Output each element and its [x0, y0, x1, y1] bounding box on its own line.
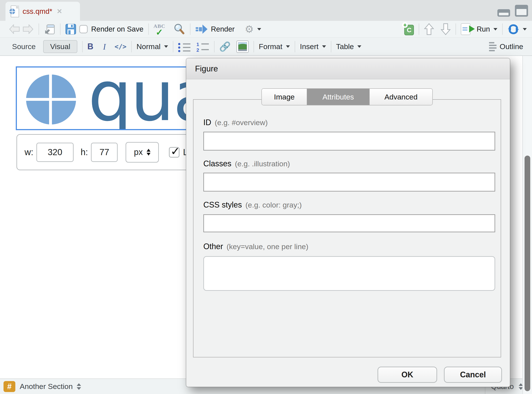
editor-tab-strip: css.qmd* ✕ [0, 0, 532, 21]
scrollbar-track[interactable] [522, 56, 532, 394]
italic-icon[interactable]: I [103, 42, 106, 52]
lock-ratio-checkbox[interactable]: ✓ [169, 147, 180, 158]
height-label: h: [81, 147, 88, 157]
render-on-save-checkbox[interactable] [79, 25, 88, 33]
render-options-dropdown-icon[interactable] [257, 28, 261, 31]
format-menu[interactable]: Format [259, 42, 290, 51]
height-input[interactable] [91, 143, 118, 162]
css-styles-input[interactable] [203, 214, 495, 232]
source-mode-button[interactable]: Source [12, 42, 36, 51]
save-icon[interactable] [65, 24, 76, 35]
tab-css-qmd[interactable]: css.qmd* ✕ [5, 2, 80, 21]
numbered-list-icon[interactable]: 1 2 [196, 42, 209, 52]
section-hash-icon: # [4, 381, 15, 392]
ok-button[interactable]: OK [377, 367, 437, 383]
insert-menu[interactable]: Insert [300, 42, 326, 51]
width-label: w: [25, 147, 33, 157]
classes-label: Classes (e.g. .illustration) [203, 159, 290, 168]
maximize-pane-icon[interactable] [515, 5, 528, 17]
run-dropdown-icon[interactable] [493, 28, 497, 31]
quarto-file-icon [10, 5, 19, 17]
width-input[interactable] [36, 143, 74, 162]
dialog-title: Figure [186, 58, 510, 79]
back-icon[interactable] [9, 24, 20, 34]
visual-editor-toolbar: Source Visual B I </> Normal 1 2 🔗 Forma… [0, 38, 532, 56]
source-refresh-icon[interactable] [507, 24, 519, 34]
units-spinner-icon [147, 149, 150, 156]
outline-icon [489, 42, 496, 51]
publish-dropdown-icon[interactable] [523, 28, 527, 31]
other-label: Other (key=value, one per line) [203, 242, 308, 251]
bullet-list-icon[interactable] [178, 42, 191, 52]
outline-toggle[interactable]: Outline [489, 42, 523, 51]
run-label[interactable]: Run [477, 25, 490, 33]
tab-close-icon[interactable]: ✕ [57, 7, 62, 15]
image-icon[interactable] [236, 41, 249, 53]
figure-dialog: Figure Image Attributes Advanced ID (e.g… [186, 58, 510, 387]
bold-icon[interactable]: B [88, 42, 93, 51]
jump-previous-icon[interactable] [424, 23, 434, 35]
classes-input[interactable] [203, 173, 495, 192]
render-options-gear-icon[interactable]: ⚙ [245, 24, 254, 34]
dialog-tab-bar: Image Attributes Advanced [261, 88, 433, 105]
tab-advanced[interactable]: Advanced [370, 89, 432, 105]
render-icon[interactable] [195, 24, 208, 34]
tab-attributes[interactable]: Attributes [307, 89, 370, 105]
id-label: ID (e.g. #overview) [203, 118, 268, 127]
render-on-save-label: Render on Save [91, 25, 144, 33]
jump-next-icon[interactable] [441, 23, 451, 35]
insert-chunk-icon[interactable]: C+ [403, 23, 414, 35]
css-styles-label: CSS styles (e.g. color: gray;) [203, 200, 302, 209]
paragraph-style-select[interactable]: Normal [136, 42, 168, 51]
forward-icon[interactable] [22, 24, 34, 34]
spellcheck-icon[interactable]: ABC ✓ [154, 23, 167, 35]
run-icon[interactable] [461, 23, 473, 35]
cancel-button[interactable]: Cancel [444, 367, 502, 383]
current-section-label[interactable]: Another Section [20, 382, 73, 391]
quarto-logo-icon [26, 74, 76, 124]
visual-mode-button[interactable]: Visual [43, 40, 77, 53]
code-icon[interactable]: </> [115, 43, 126, 50]
render-label[interactable]: Render [211, 25, 235, 33]
open-in-new-window-icon[interactable] [44, 23, 55, 35]
units-select[interactable]: px [126, 142, 159, 163]
section-selector-arrows-icon[interactable] [77, 383, 81, 390]
tab-title: css.qmd* [23, 7, 52, 16]
scrollbar-thumb[interactable] [525, 156, 530, 391]
tab-image[interactable]: Image [262, 89, 307, 105]
table-menu[interactable]: Table [336, 42, 361, 51]
find-replace-icon[interactable] [173, 23, 185, 35]
id-input[interactable] [203, 132, 495, 150]
link-icon[interactable]: 🔗 [219, 41, 231, 52]
source-toolbar: Render on Save ABC ✓ Render ⚙ C+ Run [0, 21, 532, 38]
other-input[interactable] [203, 256, 495, 291]
minimize-pane-icon[interactable] [497, 9, 510, 17]
